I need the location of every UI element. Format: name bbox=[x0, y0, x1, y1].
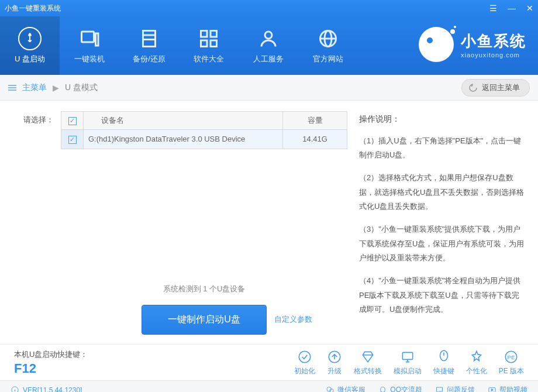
footer-label: 问题反馈 bbox=[447, 385, 475, 392]
nav-label: 备份/还原 bbox=[133, 54, 165, 64]
person-icon bbox=[257, 27, 280, 50]
nav-usb-boot[interactable]: U 盘启动 bbox=[0, 16, 60, 75]
tool-simulate-boot[interactable]: 模拟启动 bbox=[394, 349, 422, 376]
hotkey-label: 本机U盘启动快捷键： bbox=[14, 350, 88, 359]
nav-website[interactable]: 官方网站 bbox=[298, 16, 358, 75]
instructions-title: 操作说明： bbox=[359, 111, 526, 127]
minimize-icon[interactable]: — bbox=[508, 4, 516, 13]
nav-label: 一键装机 bbox=[74, 54, 105, 64]
instruction-step: （4）"小鱼一键重装系统"将全程自动为用户提供PE版本下载及系统下载至U盘，只需… bbox=[359, 274, 526, 317]
svg-rect-6 bbox=[211, 31, 217, 37]
bottom-bar: 本机U盘启动快捷键： F12 初始化 升级 格式转换 模拟启动 快捷键 个性化 … bbox=[0, 344, 538, 380]
footer: VER[11.5.44.1230] 微信客服 QQ交流群 问题反馈 帮助视频 bbox=[0, 380, 538, 392]
tool-init[interactable]: 初始化 bbox=[294, 349, 315, 376]
device-capacity: 14.41G bbox=[283, 130, 347, 149]
hotkey-key: F12 bbox=[14, 361, 88, 376]
svg-point-25 bbox=[381, 387, 385, 393]
svg-point-24 bbox=[330, 389, 333, 392]
tool-format-convert[interactable]: 格式转换 bbox=[354, 349, 382, 376]
detection-status: 系统检测到 1 个U盘设备 bbox=[61, 284, 347, 294]
header-nav: U 盘启动 一键装机 备份/还原 软件大全 人工服务 官方网站 小鱼系统 xia… bbox=[0, 16, 538, 75]
grid-icon bbox=[197, 27, 220, 50]
nav-backup-restore[interactable]: 备份/还原 bbox=[119, 16, 179, 75]
instruction-step: （2）选择格式化方式，如果用户想保存U盘数据，就选择格式化U盘且不丢失数据，否则… bbox=[359, 171, 526, 214]
main-content: 请选择： ✓ 设备名 容量 ✓ G:(hd1)Kingston DataTrav… bbox=[0, 101, 538, 344]
nav-label: 软件大全 bbox=[194, 54, 224, 64]
nav-label: U 盘启动 bbox=[15, 54, 45, 64]
globe-icon bbox=[316, 27, 340, 50]
brand-subtitle: xiaoyuxitong.com bbox=[461, 51, 526, 59]
device-name: G:(hd1)Kingston DataTraveler 3.0 USB Dev… bbox=[84, 130, 283, 149]
svg-rect-1 bbox=[96, 33, 99, 46]
close-icon[interactable]: ✕ bbox=[526, 4, 533, 13]
footer-wechat[interactable]: 微信客服 bbox=[326, 385, 365, 392]
tool-label: 模拟启动 bbox=[394, 366, 422, 376]
breadcrumb-main[interactable]: 主菜单 bbox=[22, 82, 47, 93]
breadcrumb-bar: 主菜单 ▶ U 盘模式 返回主菜单 bbox=[0, 75, 538, 101]
tool-upgrade[interactable]: 升级 bbox=[327, 349, 342, 376]
hotkey-info: 本机U盘启动快捷键： F12 bbox=[14, 349, 88, 376]
nav-oneclick-install[interactable]: 一键装机 bbox=[60, 16, 119, 75]
version-text: VER[11.5.44.1230] bbox=[23, 386, 82, 393]
svg-point-13 bbox=[299, 351, 311, 363]
back-button[interactable]: 返回主菜单 bbox=[461, 79, 530, 97]
titlebar: 小鱼一键重装系统 ☰ — ✕ bbox=[0, 0, 538, 16]
col-name: 设备名 bbox=[84, 112, 283, 130]
nav-label: 人工服务 bbox=[253, 54, 284, 64]
nav-label: 官方网站 bbox=[313, 54, 343, 64]
app-title: 小鱼一键重装系统 bbox=[5, 4, 61, 13]
tool-hotkey[interactable]: 快捷键 bbox=[433, 349, 454, 376]
custom-params-link[interactable]: 自定义参数 bbox=[274, 314, 312, 325]
table-row[interactable]: ✓ G:(hd1)Kingston DataTraveler 3.0 USB D… bbox=[61, 130, 347, 149]
tool-label: 快捷键 bbox=[433, 366, 454, 376]
version-info[interactable]: VER[11.5.44.1230] bbox=[11, 386, 82, 392]
svg-text:PE: PE bbox=[508, 354, 516, 360]
breadcrumb: 主菜单 ▶ U 盘模式 bbox=[8, 82, 98, 93]
tool-label: 格式转换 bbox=[354, 366, 382, 376]
svg-point-9 bbox=[265, 32, 272, 39]
tool-label: 个性化 bbox=[466, 366, 487, 376]
footer-feedback[interactable]: 问题反馈 bbox=[435, 385, 475, 392]
footer-help-video[interactable]: 帮助视频 bbox=[488, 385, 527, 392]
brand-title: 小鱼系统 bbox=[461, 31, 526, 51]
instruction-step: （1）插入U盘，右下角选择"PE版本"，点击一键制作启动U盘。 bbox=[359, 134, 526, 163]
tools-row: 初始化 升级 格式转换 模拟启动 快捷键 个性化 PEPE 版本 bbox=[294, 349, 524, 376]
footer-label: QQ交流群 bbox=[390, 385, 422, 392]
tool-personalize[interactable]: 个性化 bbox=[466, 349, 487, 376]
instructions-panel: 操作说明： （1）插入U盘，右下角选择"PE版本"，点击一键制作启动U盘。 （2… bbox=[359, 111, 526, 338]
col-capacity: 容量 bbox=[283, 112, 347, 130]
tool-label: 升级 bbox=[327, 366, 342, 376]
usb-icon bbox=[18, 27, 42, 50]
back-button-label: 返回主菜单 bbox=[482, 82, 520, 93]
info-icon bbox=[11, 386, 19, 392]
svg-rect-15 bbox=[402, 352, 412, 359]
menu-icon[interactable]: ☰ bbox=[489, 4, 497, 13]
chevron-right-icon: ▶ bbox=[53, 83, 59, 92]
svg-point-16 bbox=[440, 350, 447, 360]
list-icon bbox=[8, 85, 16, 91]
footer-qq[interactable]: QQ交流群 bbox=[378, 385, 422, 392]
footer-label: 帮助视频 bbox=[499, 385, 527, 392]
device-table: ✓ 设备名 容量 ✓ G:(hd1)Kingston DataTraveler … bbox=[61, 111, 347, 149]
select-label: 请选择： bbox=[14, 111, 54, 125]
tool-pe-version[interactable]: PEPE 版本 bbox=[499, 349, 524, 376]
make-usb-button[interactable]: 一键制作启动U盘 bbox=[142, 305, 267, 335]
svg-rect-0 bbox=[82, 32, 94, 42]
brand-logo-icon bbox=[419, 27, 454, 62]
nav-support[interactable]: 人工服务 bbox=[239, 16, 298, 75]
window-controls: ☰ — ✕ bbox=[489, 4, 533, 13]
instruction-step: （3）"小鱼一键重装系统"提供系统下载，为用户下载系统保存至U盘，保证用户有系统… bbox=[359, 222, 526, 266]
svg-rect-8 bbox=[211, 40, 217, 47]
server-icon bbox=[137, 27, 161, 50]
nav-software[interactable]: 软件大全 bbox=[179, 16, 239, 75]
svg-rect-7 bbox=[201, 40, 208, 47]
row-checkbox[interactable]: ✓ bbox=[68, 136, 77, 144]
breadcrumb-current: U 盘模式 bbox=[65, 82, 98, 93]
back-arrow-icon bbox=[468, 82, 478, 93]
footer-label: 微信客服 bbox=[337, 385, 365, 392]
monitor-icon bbox=[78, 27, 101, 50]
svg-rect-5 bbox=[201, 31, 208, 37]
col-checkbox[interactable]: ✓ bbox=[61, 112, 84, 130]
device-panel: 请选择： ✓ 设备名 容量 ✓ G:(hd1)Kingston DataTrav… bbox=[14, 111, 347, 338]
tool-label: PE 版本 bbox=[499, 366, 524, 376]
